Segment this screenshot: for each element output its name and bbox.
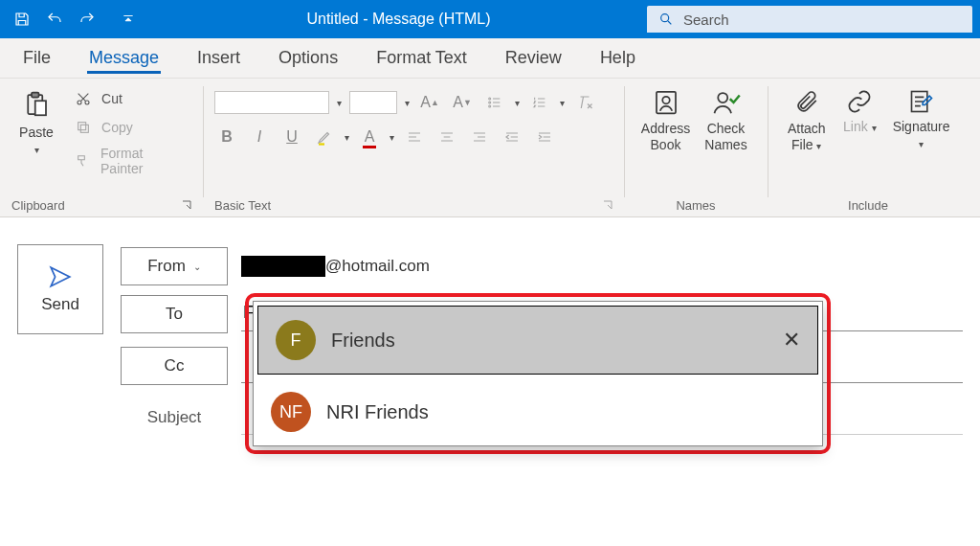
group-include: Attach File ▾ Link ▾ Signature ▾ Include xyxy=(768,79,969,216)
link-button[interactable]: Link ▾ xyxy=(835,84,886,135)
suggestion-item[interactable]: NF NRI Friends xyxy=(254,378,822,445)
annotation-highlight: F Friends ✕ NF NRI Friends xyxy=(245,293,831,454)
cut-button[interactable]: Cut xyxy=(69,86,188,111)
svg-rect-7 xyxy=(78,123,86,130)
tab-message[interactable]: Message xyxy=(70,37,178,78)
search-placeholder: Search xyxy=(683,11,729,28)
group-include-label: Include xyxy=(848,198,888,213)
align-center-button[interactable] xyxy=(434,125,459,149)
align-left-button[interactable] xyxy=(402,125,427,149)
tab-format-text[interactable]: Format Text xyxy=(357,37,486,78)
numbering-button[interactable] xyxy=(527,90,552,115)
address-book-button[interactable]: Address Book xyxy=(635,84,696,153)
svg-point-12 xyxy=(662,97,670,104)
increase-indent-button[interactable] xyxy=(532,125,557,149)
suggestion-name: Friends xyxy=(331,330,395,352)
svg-point-5 xyxy=(85,101,89,104)
chevron-down-icon: ⌄ xyxy=(193,262,201,272)
group-names: Address Book Check Names Names xyxy=(624,79,768,216)
tab-review[interactable]: Review xyxy=(486,37,581,78)
cc-button[interactable]: Cc xyxy=(121,347,228,385)
clear-formatting-button[interactable] xyxy=(572,90,597,115)
remove-suggestion-button[interactable]: ✕ xyxy=(783,328,800,353)
to-button[interactable]: To xyxy=(121,295,228,333)
avatar: NF xyxy=(271,392,311,432)
font-size-input[interactable] xyxy=(349,91,397,114)
svg-point-8 xyxy=(489,98,491,100)
search-box[interactable]: Search xyxy=(647,6,972,33)
search-icon xyxy=(658,11,674,27)
from-email-redacted xyxy=(241,256,325,277)
from-email-suffix: @hotmail.com xyxy=(325,257,430,276)
decrease-indent-button[interactable] xyxy=(500,125,524,149)
group-names-label: Names xyxy=(676,198,715,213)
avatar: F xyxy=(276,320,316,360)
svg-rect-6 xyxy=(80,125,88,132)
subject-label: Subject xyxy=(121,408,228,427)
shrink-font-button[interactable]: A▼ xyxy=(450,90,475,115)
qat-customize-button[interactable] xyxy=(116,7,141,32)
signature-button[interactable]: Signature ▾ xyxy=(885,84,957,150)
svg-rect-11 xyxy=(657,92,676,114)
font-name-input[interactable] xyxy=(214,91,329,114)
paste-button[interactable]: Paste ▾ xyxy=(11,84,61,156)
ribbon: Paste ▾ Cut Copy Format Painter Clipbo xyxy=(0,79,980,217)
svg-rect-3 xyxy=(35,101,46,115)
undo-button[interactable] xyxy=(42,7,67,32)
svg-rect-2 xyxy=(32,93,39,98)
svg-point-13 xyxy=(718,93,727,102)
format-painter-button[interactable]: Format Painter xyxy=(69,144,188,178)
title-bar: Untitled - Message (HTML) Search xyxy=(0,0,980,38)
tab-options[interactable]: Options xyxy=(259,37,357,78)
ribbon-tabs: File Message Insert Options Format Text … xyxy=(0,38,980,79)
check-names-button[interactable]: Check Names xyxy=(696,84,756,153)
group-clipboard-label: Clipboard xyxy=(11,198,65,213)
basic-text-dialog-launcher-icon[interactable] xyxy=(603,198,612,213)
tab-help[interactable]: Help xyxy=(581,37,655,78)
align-right-button[interactable] xyxy=(467,125,492,149)
grow-font-button[interactable]: A▲ xyxy=(417,90,442,115)
quick-access-toolbar xyxy=(0,7,150,32)
from-button[interactable]: From ⌄ xyxy=(121,247,228,285)
clipboard-dialog-launcher-icon[interactable] xyxy=(182,198,191,213)
svg-point-4 xyxy=(78,101,81,104)
recipient-suggestions-popup: F Friends ✕ NF NRI Friends xyxy=(253,301,823,446)
underline-button[interactable]: U xyxy=(279,125,304,149)
chevron-down-icon: ▾ xyxy=(34,145,39,156)
send-button[interactable]: Send xyxy=(17,244,103,334)
tab-file[interactable]: File xyxy=(4,37,70,78)
group-basic-text: ▾ ▾ A▲ A▼ ▾ ▾ B I U ▾ A▾ xyxy=(203,79,624,216)
bullets-button[interactable] xyxy=(482,90,507,115)
svg-point-10 xyxy=(489,105,491,107)
redo-button[interactable] xyxy=(75,7,100,32)
copy-button[interactable]: Copy xyxy=(69,115,188,140)
save-button[interactable] xyxy=(10,7,34,32)
svg-point-0 xyxy=(661,14,669,22)
group-clipboard: Paste ▾ Cut Copy Format Painter Clipbo xyxy=(0,79,203,216)
attach-file-button[interactable]: Attach File ▾ xyxy=(779,84,835,153)
tab-insert[interactable]: Insert xyxy=(178,37,259,78)
svg-point-9 xyxy=(489,102,491,103)
italic-button[interactable]: I xyxy=(247,125,272,149)
font-color-button[interactable]: A xyxy=(357,125,382,149)
suggestion-name: NRI Friends xyxy=(326,401,429,423)
group-basic-text-label: Basic Text xyxy=(214,198,271,213)
highlight-button[interactable] xyxy=(312,125,337,149)
window-title: Untitled - Message (HTML) xyxy=(150,11,647,28)
bold-button[interactable]: B xyxy=(214,125,239,149)
suggestion-item[interactable]: F Friends ✕ xyxy=(257,306,818,375)
